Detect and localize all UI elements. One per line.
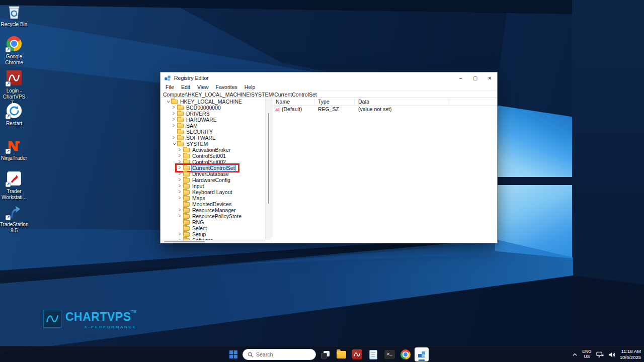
- tree-item-sam[interactable]: >SAM: [160, 123, 265, 129]
- folder-icon: [183, 190, 190, 195]
- desktop-icon-label: Trader Workstati...: [2, 189, 27, 201]
- tree-item-driverdatabase[interactable]: >DriverDatabase: [160, 171, 265, 177]
- volume-icon[interactable]: [608, 351, 615, 358]
- chevron-right-icon[interactable]: >: [172, 105, 176, 110]
- tree-item-security[interactable]: >SECURITY: [160, 129, 265, 135]
- tree-item-hkey-local-machine[interactable]: >HKEY_LOCAL_MACHINE: [160, 99, 265, 105]
- language-indicator[interactable]: ENG US: [582, 349, 591, 359]
- file-explorer-button[interactable]: [334, 347, 348, 361]
- menu-edit[interactable]: Edit: [178, 84, 194, 90]
- close-button[interactable]: ✕: [482, 72, 497, 83]
- chevron-right-icon[interactable]: >: [178, 159, 182, 164]
- tree-item-activationbroker[interactable]: >ActivationBroker: [160, 147, 265, 153]
- desktop-icon-restart[interactable]: ↗ Restart: [0, 102, 28, 127]
- tray-chevron-up-icon[interactable]: [572, 352, 578, 357]
- desktop-icon-ninjatrader[interactable]: ↗ NinjaTrader: [0, 137, 28, 161]
- desktop-icon-google-chrome[interactable]: ↗ Google Chrome: [0, 35, 28, 66]
- chevron-right-icon[interactable]: >: [172, 111, 176, 116]
- value-row-default[interactable]: ab (Default) REG_SZ (value not set): [272, 106, 497, 113]
- task-view-icon: [321, 351, 330, 358]
- column-header-data[interactable]: Data: [355, 98, 449, 105]
- tree-item-keyboard-layout[interactable]: >Keyboard Layout: [160, 189, 265, 195]
- tree-item-hardwareconfig[interactable]: >HardwareConfig: [160, 177, 265, 183]
- tree-item-software[interactable]: >SOFTWARE: [160, 135, 265, 141]
- tree-item-maps[interactable]: >Maps: [160, 195, 265, 201]
- chevron-right-icon[interactable]: >: [172, 135, 176, 140]
- tree-item-drivers[interactable]: >DRIVERS: [160, 111, 265, 117]
- tree-item-rng[interactable]: >RNG: [160, 219, 265, 225]
- chevron-right-icon[interactable]: >: [178, 177, 182, 183]
- chevron-right-icon[interactable]: >: [178, 214, 182, 219]
- address-bar[interactable]: Computer\HKEY_LOCAL_MACHINE\SYSTEM\Curre…: [160, 91, 497, 98]
- column-header-type[interactable]: Type: [314, 98, 355, 105]
- chevron-right-icon[interactable]: >: [178, 184, 182, 189]
- tree-item-system[interactable]: >SYSTEM: [160, 141, 265, 147]
- wallpaper-window-pane-lower: [495, 185, 572, 258]
- tree-item-setup[interactable]: >Setup: [160, 231, 265, 237]
- tree-item-label: Input: [191, 184, 205, 189]
- registry-path: Computer\HKEY_LOCAL_MACHINE\SYSTEM\Curre…: [163, 92, 317, 98]
- scrollbar-thumb[interactable]: [268, 113, 269, 204]
- tree-item-hardware[interactable]: >HARDWARE: [160, 117, 265, 123]
- desktop-icon-tradestation[interactable]: ↗ TradeStation 9.5: [0, 203, 28, 234]
- start-button[interactable]: [226, 347, 240, 361]
- folder-icon: [171, 100, 178, 104]
- chevron-right-icon[interactable]: >: [178, 208, 182, 213]
- tree-item-resourcemanager[interactable]: >ResourceManager: [160, 207, 265, 213]
- desktop-icon-trader-workstation[interactable]: ↗ Trader Workstati...: [0, 170, 28, 201]
- shortcut-arrow-icon: ↗: [6, 182, 11, 187]
- tree-item-mounteddevices[interactable]: >MountedDevices: [160, 201, 265, 207]
- desktop-icon-recycle-bin[interactable]: Recycle Bin: [0, 3, 28, 28]
- desktop-icon-login-chartvps[interactable]: ↗ Login - ChartVPS T...: [0, 69, 28, 106]
- menu-help[interactable]: Help: [241, 84, 259, 90]
- scrollbar-thumb[interactable]: [165, 241, 205, 242]
- wallpaper-window-pane-upper: [495, 104, 572, 177]
- tree-item-currentcontrolset[interactable]: >CurrentControlSet: [160, 165, 265, 171]
- folder-icon: [183, 220, 190, 225]
- menu-view[interactable]: View: [194, 84, 212, 90]
- clock[interactable]: 11:18 AM 10/6/2025: [620, 348, 641, 360]
- taskbar-search[interactable]: Search: [243, 349, 316, 360]
- folder-icon: [183, 160, 190, 164]
- chevron-right-icon[interactable]: >: [178, 165, 182, 170]
- chevron-right-icon[interactable]: >: [172, 117, 176, 122]
- tree-item-controlset002[interactable]: >ControlSet002: [160, 159, 265, 165]
- tree-item-resourcepolicystore[interactable]: >ResourcePolicyStore: [160, 213, 265, 219]
- chevron-down-icon[interactable]: >: [165, 100, 170, 104]
- chevron-right-icon[interactable]: >: [172, 123, 176, 128]
- tree-horizontal-scrollbar[interactable]: [160, 240, 265, 243]
- menu-favorites[interactable]: Favorites: [212, 84, 241, 90]
- task-view-button[interactable]: [318, 347, 332, 361]
- chevron-right-icon[interactable]: >: [178, 196, 182, 201]
- network-icon[interactable]: [596, 351, 604, 358]
- tree-item-controlset001[interactable]: >ControlSet001: [160, 153, 265, 159]
- window-titlebar[interactable]: Registry Editor – ▢ ✕: [160, 72, 497, 83]
- folder-icon: [177, 124, 184, 128]
- registry-editor-taskbar-button[interactable]: [415, 347, 429, 361]
- tree-item-select[interactable]: >Select: [160, 225, 265, 231]
- chevron-right-icon[interactable]: >: [178, 232, 182, 237]
- chrome-button[interactable]: [398, 347, 413, 361]
- tree-item-label: BCD00000000: [185, 105, 222, 111]
- tree-item-label: SAM: [185, 123, 199, 129]
- tree-item-bcd00000000[interactable]: >BCD00000000: [160, 105, 265, 111]
- tree-item-label: SOFTWARE: [185, 135, 217, 141]
- terminal-button[interactable]: >_: [382, 347, 396, 361]
- chartvps-app-button[interactable]: [350, 347, 364, 361]
- wallpaper-right-dark: [572, 0, 644, 362]
- tree-item-label: Select: [191, 226, 208, 231]
- value-data: (value not set): [355, 106, 449, 112]
- chevron-right-icon[interactable]: >: [178, 171, 182, 176]
- maximize-button[interactable]: ▢: [468, 72, 482, 83]
- chevron-right-icon[interactable]: >: [178, 147, 182, 152]
- tree-vertical-scrollbar[interactable]: [265, 98, 272, 240]
- notepad-button[interactable]: [366, 347, 380, 361]
- chevron-right-icon[interactable]: >: [178, 190, 182, 195]
- column-header-name[interactable]: Name: [272, 98, 314, 105]
- chevron-right-icon[interactable]: >: [178, 153, 182, 158]
- chevron-down-icon[interactable]: >: [171, 142, 176, 146]
- tree-item-input[interactable]: >Input: [160, 183, 265, 189]
- tree-item-label: ResourcePolicyStore: [191, 214, 243, 219]
- menu-file[interactable]: File: [162, 84, 178, 90]
- minimize-button[interactable]: –: [453, 72, 468, 83]
